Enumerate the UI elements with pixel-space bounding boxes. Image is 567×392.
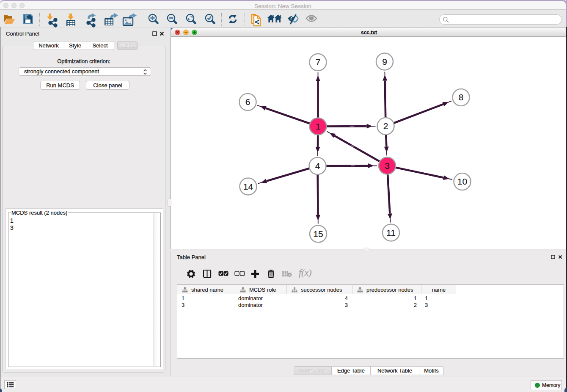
svg-text:6: 6	[245, 97, 250, 107]
svg-text:2: 2	[383, 121, 388, 131]
svg-text:8: 8	[459, 92, 464, 102]
svg-text:14: 14	[243, 182, 253, 191]
svg-text:15: 15	[313, 229, 323, 239]
svg-text:4: 4	[315, 161, 320, 171]
svg-text:10: 10	[457, 177, 467, 186]
svg-text:7: 7	[316, 57, 321, 67]
svg-text:9: 9	[382, 57, 387, 66]
svg-text:3: 3	[385, 161, 390, 171]
svg-text:11: 11	[386, 228, 396, 237]
svg-text:1: 1	[316, 121, 321, 131]
